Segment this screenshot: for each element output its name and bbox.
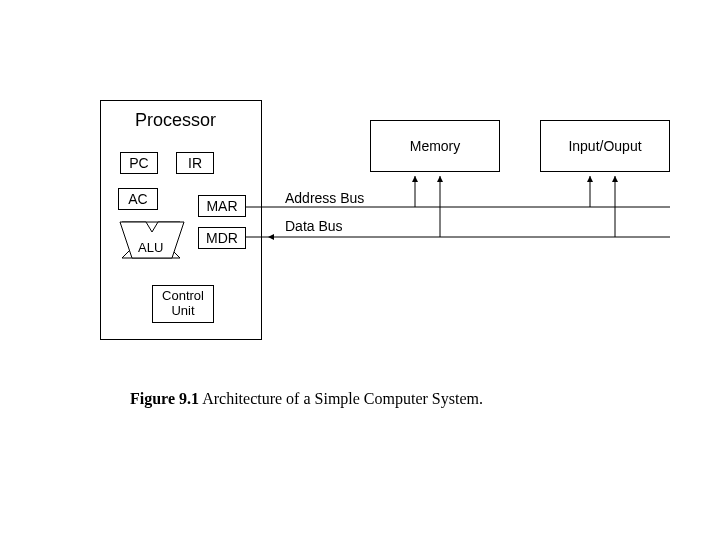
diagram-canvas: Processor PC IR AC MAR MDR ALU Control U… (0, 0, 720, 540)
figure-caption: Figure 9.1 Architecture of a Simple Comp… (130, 390, 483, 408)
bus-lines (0, 0, 720, 540)
figure-text: Architecture of a Simple Computer System… (199, 390, 483, 407)
figure-number: Figure 9.1 (130, 390, 199, 407)
